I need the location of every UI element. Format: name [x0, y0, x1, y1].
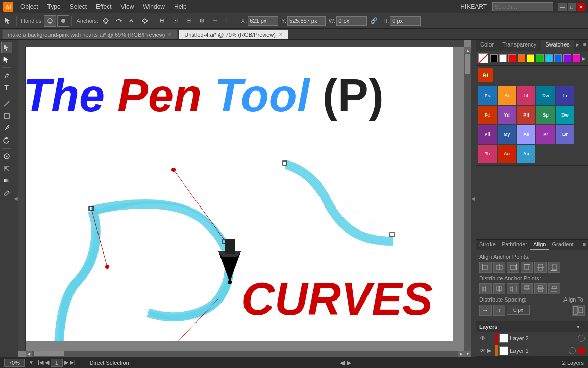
tab-align[interactable]: Align	[530, 240, 549, 250]
nav-prev[interactable]: ◀	[45, 359, 49, 366]
transform-btn-3[interactable]: ⊟	[183, 15, 195, 27]
menu-item-effect[interactable]: Effect	[92, 2, 115, 11]
tab-2[interactable]: Untitled-4.ai* @ 70% (RGB/Preview) ✕	[179, 29, 288, 39]
zoom-dropdown[interactable]: ▼	[29, 360, 34, 365]
handle-btn-1[interactable]	[44, 15, 56, 27]
app-au[interactable]: Au	[517, 145, 535, 163]
hscroll-right[interactable]: ▶	[458, 351, 464, 357]
layer-2-eye[interactable]: 👁	[478, 334, 487, 343]
tool-select[interactable]	[1, 42, 12, 53]
swatch-red[interactable]	[508, 54, 516, 62]
layer-row-2[interactable]: 👁 Layer 2	[476, 332, 588, 344]
tool-rect[interactable]	[1, 110, 12, 122]
menu-item-help[interactable]: Help	[170, 2, 191, 11]
left-collapse[interactable]: ◀	[13, 40, 18, 357]
anchor-btn-1[interactable]	[100, 15, 112, 27]
app-pfl[interactable]: Pfl	[517, 106, 535, 124]
app-ae[interactable]: Ae	[517, 125, 535, 144]
app-br[interactable]: Br	[556, 125, 574, 144]
app-pr[interactable]: Pr	[536, 125, 555, 144]
align-center-h-btn[interactable]	[493, 262, 505, 273]
vscroll-down[interactable]: ▼	[464, 351, 471, 357]
tab-close-2[interactable]: ✕	[279, 32, 283, 37]
menu-item-type[interactable]: Type	[43, 2, 65, 11]
nav-next[interactable]: ▶	[64, 359, 68, 366]
tab-color[interactable]: Color	[476, 40, 498, 51]
swatch-cyan[interactable]	[545, 54, 553, 62]
layers-menu-btn[interactable]: ≡	[582, 324, 585, 330]
dist-right-btn[interactable]	[507, 283, 519, 294]
app-yd[interactable]: Yd	[498, 106, 516, 124]
tool-eyedropper[interactable]	[1, 188, 12, 199]
lock-proportions-btn[interactable]: 🔗	[368, 15, 380, 27]
tab-transparency[interactable]: Transparency	[498, 40, 541, 51]
tab-gradient[interactable]: Gradient	[549, 240, 576, 250]
swatch-green[interactable]	[536, 54, 544, 62]
dist-space-h-btn[interactable]: ↔	[479, 305, 492, 316]
align-to-btn[interactable]	[572, 305, 585, 316]
zoom-input[interactable]	[4, 359, 24, 367]
layer-1-eye[interactable]: 👁	[478, 346, 487, 355]
swatch-black[interactable]	[490, 54, 498, 62]
h-input[interactable]	[390, 16, 421, 26]
align-center-v-btn[interactable]	[534, 262, 547, 273]
app-sp[interactable]: Sp	[536, 106, 555, 124]
tool-rotate[interactable]	[1, 135, 12, 146]
swatch-magenta[interactable]	[573, 54, 580, 62]
menu-item-window[interactable]: Window	[139, 2, 169, 11]
nav-first[interactable]: |◀	[38, 359, 43, 366]
app-my[interactable]: My	[498, 125, 516, 144]
transform-btn-6[interactable]: ⊢	[223, 15, 235, 27]
layer-1-lock[interactable]	[578, 347, 585, 354]
tab-stroke[interactable]: Stroke	[476, 240, 499, 250]
swatch-orange[interactable]	[518, 54, 525, 62]
dist-left-btn[interactable]	[479, 283, 492, 294]
layer-2-circle[interactable]	[578, 335, 585, 342]
layers-collapse-btn[interactable]: ▾	[577, 324, 580, 330]
app-fc[interactable]: Fc	[478, 106, 497, 124]
app-lr[interactable]: Lr	[556, 86, 574, 105]
tool-mirror[interactable]	[1, 151, 12, 162]
bottom-panel-menu[interactable]: ≡	[581, 240, 588, 250]
anchor-convert-btn[interactable]	[113, 15, 125, 27]
nav-arrow-left[interactable]: ◀	[340, 359, 345, 366]
menu-item-select[interactable]: Select	[66, 2, 91, 11]
tool-type[interactable]: T	[1, 82, 12, 94]
dist-top-btn[interactable]	[521, 283, 533, 294]
tab-pathfinder[interactable]: Pathfinder	[499, 240, 530, 250]
app-ai[interactable]: Ai	[498, 86, 516, 105]
page-input[interactable]	[51, 359, 63, 367]
w-input[interactable]	[336, 16, 367, 26]
transform-btn-4[interactable]: ⊠	[196, 15, 208, 27]
swatch-white[interactable]	[499, 54, 507, 62]
layer-1-circle[interactable]	[569, 347, 576, 354]
app-dw2[interactable]: Dw	[556, 106, 574, 124]
swatch-purple[interactable]	[564, 54, 571, 62]
transform-btn-5[interactable]: ⊣	[209, 15, 222, 27]
layer-1-arrow[interactable]: ▶	[487, 348, 495, 353]
app-id[interactable]: Id	[517, 86, 535, 105]
tab-close-1[interactable]: ✕	[168, 32, 172, 37]
close-button[interactable]: ✕	[577, 3, 585, 11]
spacing-input[interactable]	[507, 305, 530, 315]
tool-brush[interactable]	[1, 123, 12, 134]
canvas-vscroll[interactable]: ▲ ▼	[464, 47, 471, 357]
panel-tab-collapse[interactable]: ▸	[574, 40, 581, 51]
transform-btn-2[interactable]: ⊡	[169, 15, 182, 27]
vscroll-up[interactable]: ▲	[464, 47, 471, 53]
anchor-btn-3[interactable]	[126, 15, 138, 27]
dist-space-v-btn[interactable]: ↕	[493, 305, 505, 316]
swatch-none[interactable]	[478, 53, 488, 63]
nav-arrow-right[interactable]: ▶	[347, 359, 351, 366]
minimize-button[interactable]: —	[558, 3, 567, 11]
align-bottom-btn[interactable]	[548, 262, 560, 273]
transform-btn-1[interactable]: ⊞	[156, 15, 168, 27]
canvas-hscroll[interactable]: ◀ ▶	[26, 351, 464, 357]
hscroll-thumb[interactable]	[34, 351, 64, 356]
dist-center-h-btn[interactable]	[493, 283, 505, 294]
y-input[interactable]	[287, 16, 326, 26]
vscroll-thumb[interactable]	[465, 54, 470, 74]
panel-menu-arrow[interactable]: ≡	[581, 40, 588, 51]
tab-swatches[interactable]: Swatches	[541, 40, 574, 51]
align-left-btn[interactable]	[479, 262, 492, 273]
